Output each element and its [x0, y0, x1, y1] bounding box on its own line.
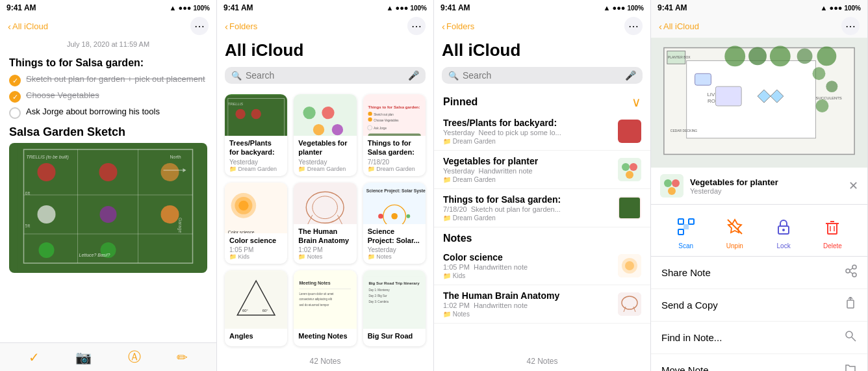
check-item-1[interactable]: ✓ Sketch out plan for garden + pick out …: [9, 74, 207, 86]
check-circle-3[interactable]: [9, 107, 21, 119]
svg-point-92: [724, 46, 745, 67]
note-thumb-8: Meeting NotesLorem ipsum dolor sit ametc…: [294, 270, 356, 329]
list-item-3[interactable]: Things to for Salsa garden: 7/18/20 Sket…: [434, 189, 650, 227]
list-item-preview-4: Handwritten note: [474, 263, 528, 271]
panel-grid-view: 9:41 AM ▲ ●●● 100% ‹ Folders ⋯ All iClou…: [217, 0, 434, 371]
note-body-1: Things to for Salsa garden: ✓ Sketch out…: [0, 52, 216, 342]
nav-actions-1: ⋯: [190, 17, 209, 35]
status-time-4: 9:41 AM: [657, 3, 687, 12]
more-button-3[interactable]: ⋯: [624, 17, 643, 35]
compose-button-1[interactable]: ✏: [177, 350, 188, 365]
send-copy-menu-item[interactable]: Send a Copy: [651, 289, 867, 322]
back-button-1[interactable]: ‹ All iCloud: [8, 21, 48, 32]
unpin-button[interactable]: Unpin: [722, 214, 748, 249]
list-item-date-3: 7/18/20: [443, 205, 467, 213]
list-item-preview-5: Handwritten note: [474, 301, 528, 309]
svg-line-133: [852, 337, 856, 341]
svg-point-28: [303, 107, 316, 119]
note-card-4[interactable]: Color science Color science 1:05 PM 📁 Ki…: [225, 183, 287, 264]
svg-point-24: [235, 109, 245, 119]
notes-section-title: Notes: [443, 233, 472, 244]
check-item-2[interactable]: ✓ Choose Vegetables: [9, 90, 207, 103]
svg-rect-73: [618, 120, 641, 143]
search-bar-3[interactable]: 🔍 🎤: [442, 67, 643, 84]
list-item-5[interactable]: The Human Brain Anatomy 1:02 PM Handwrit…: [434, 285, 650, 324]
list-item-2[interactable]: Vegetables for planter Yesterday Handwri…: [434, 151, 650, 189]
list-item-meta-4: 1:05 PM Handwritten note: [443, 263, 611, 271]
status-icons-2: ▲ ●●● 100%: [387, 4, 427, 12]
svg-text:Lorem ipsum dolor sit amet: Lorem ipsum dolor sit amet: [300, 292, 335, 296]
svg-text:Color science: Color science: [228, 229, 255, 233]
back-button-4[interactable]: ‹ All iCloud: [659, 21, 699, 32]
back-button-3[interactable]: ‹ Folders: [442, 21, 474, 32]
note-card-title-1: Trees/Plants for backyard:: [229, 139, 283, 157]
svg-point-93: [748, 47, 767, 66]
note-card-6[interactable]: Science Project: Solar System Science Pr…: [363, 183, 426, 264]
note-card-folder-4: 📁 Kids: [229, 253, 283, 260]
mic-icon-2[interactable]: 🎤: [408, 70, 419, 81]
more-button-2[interactable]: ⋯: [407, 17, 426, 35]
status-icons-4: ▲ ●●● 100%: [821, 4, 861, 12]
nav-bar-2: ‹ Folders ⋯: [217, 14, 433, 38]
note-card-7[interactable]: 60°60° Angles: [225, 270, 287, 346]
note-card-date-3: 7/18/20: [368, 159, 421, 166]
search-icon-2: 🔍: [231, 71, 242, 81]
svg-point-6: [38, 163, 56, 181]
list-item-folder-1: 📁 Dream Garden: [443, 138, 611, 145]
note-card-1[interactable]: TRELLIS Trees/Plants for backyard: Yeste…: [225, 94, 287, 176]
list-item-1[interactable]: Trees/Plants for backyard: Yesterday Nee…: [434, 112, 650, 151]
note-card-title-3: Things to for Salsa garden:: [368, 139, 421, 157]
done-button-1[interactable]: ✓: [29, 350, 40, 365]
note-thumb-6: Science Project: Solar System: [363, 183, 426, 224]
find-in-note-menu-item[interactable]: Find in Note...: [651, 322, 867, 354]
note-card-date-4: 1:05 PM: [229, 246, 283, 253]
status-time-3: 9:41 AM: [440, 3, 470, 12]
svg-rect-40: [368, 133, 420, 136]
check-item-3[interactable]: Ask Jorge about borrowing his tools: [9, 107, 207, 119]
scan-button[interactable]: Scan: [673, 214, 699, 249]
check-circle-1[interactable]: ✓: [9, 75, 21, 86]
action-close-btn[interactable]: ✕: [849, 179, 858, 193]
more-button-4[interactable]: ⋯: [841, 17, 860, 35]
lock-button[interactable]: Lock: [771, 214, 797, 249]
check-circle-2[interactable]: ✓: [9, 91, 21, 103]
font-button-1[interactable]: Ⓐ: [128, 348, 141, 366]
panel2-title: All iCloud: [217, 38, 433, 64]
share-note-menu-item[interactable]: Share Note: [651, 257, 867, 289]
pinned-collapse-btn[interactable]: ∨: [632, 94, 641, 110]
move-note-menu-item[interactable]: Move Note: [651, 354, 867, 371]
note-card-date-5: 1:02 PM: [298, 246, 351, 253]
mic-icon-3[interactable]: 🎤: [625, 70, 636, 81]
note-card-5[interactable]: The Human Brain Anatomy The Human Brain …: [294, 183, 356, 264]
svg-point-95: [797, 49, 813, 64]
nav-bar-4: ‹ All iCloud ⋯: [651, 14, 867, 38]
list-item-preview-3: Sketch out plan for garden...: [471, 205, 561, 213]
panel-list-view: 9:41 AM ▲ ●●● 100% ‹ Folders ⋯ All iClou…: [434, 0, 651, 371]
note-card-2[interactable]: Vegetables for planter Yesterday 📁 Dream…: [294, 94, 356, 176]
search-input-2[interactable]: [246, 70, 404, 81]
list-item-date-1: Yesterday: [443, 129, 475, 136]
note-card-9[interactable]: Big Sur Road Trip ItineraryDay 1: Monter…: [363, 270, 426, 346]
list-item-thumb-5: [618, 292, 641, 316]
back-button-2[interactable]: ‹ Folders: [225, 21, 257, 32]
delete-button[interactable]: Delete: [819, 214, 845, 249]
svg-text:Garage: Garage: [177, 218, 183, 233]
lock-label: Lock: [777, 242, 791, 249]
list-item-4[interactable]: Color science 1:05 PM Handwritten note 📁…: [434, 247, 650, 285]
chevron-icon-1: ‹: [8, 21, 11, 32]
wifi-icon: ▲: [170, 4, 177, 12]
svg-text:CEDAR DECKING: CEDAR DECKING: [670, 129, 698, 133]
signal-icon-2: ●●●: [395, 4, 408, 12]
camera-button-1[interactable]: 📷: [75, 350, 92, 365]
list-item-meta-5: 1:02 PM Handwritten note: [443, 301, 611, 309]
search-bar-2[interactable]: 🔍 🎤: [225, 67, 426, 84]
svg-point-25: [251, 109, 261, 119]
search-input-3[interactable]: [463, 70, 621, 81]
note-card-3[interactable]: Things to for Salsa garden:Sketch out pl…: [363, 94, 426, 176]
unpin-label: Unpin: [726, 242, 743, 249]
svg-point-56: [406, 214, 410, 218]
svg-point-119: [782, 229, 785, 231]
battery-icon-1: 100%: [193, 5, 210, 12]
note-card-8[interactable]: Meeting NotesLorem ipsum dolor sit ametc…: [294, 270, 356, 346]
more-button-1[interactable]: ⋯: [190, 17, 209, 35]
